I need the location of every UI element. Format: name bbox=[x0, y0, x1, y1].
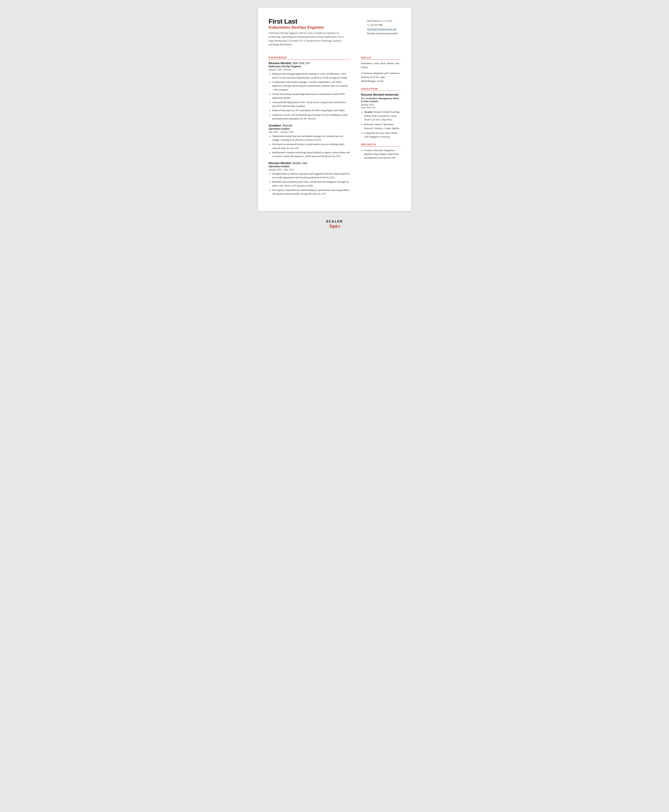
contact-linkedin: linkedin.com/in/resumeworded bbox=[367, 32, 400, 35]
exp-bullet: Reduced lead times by 16% and failures b… bbox=[272, 109, 350, 113]
experience-heading: EXPERIENCE bbox=[269, 56, 350, 60]
proj-bullet: Created continuous integration pipeline … bbox=[364, 148, 400, 160]
exp-entry-1: Growthsi, Remote Operations Analyst July… bbox=[269, 124, 350, 158]
header-left: First Last Kubernetes DevOps Engineer Ku… bbox=[269, 18, 345, 46]
exp-company: Growthsi, Remote bbox=[269, 124, 350, 127]
exp-bullet: Transformed market data into actionable … bbox=[272, 134, 350, 142]
edu-location: New York, NY bbox=[361, 106, 400, 109]
exp-bullet: Developed an automated system to track b… bbox=[272, 143, 350, 150]
exp-dates: January 2020 - Present bbox=[269, 68, 350, 71]
exp-bullet: Automated the deployment of 90+ cloud se… bbox=[272, 101, 350, 108]
contact-email: first.last@resumeworded.com bbox=[367, 27, 400, 31]
exp-bullet: Designed plans to enhance operations and… bbox=[272, 172, 350, 180]
skills-heading: SKILLS bbox=[361, 56, 400, 60]
exp-role: Operations Analyst bbox=[269, 165, 350, 168]
skills-container: Kubernetes, Linux, Bash, Jenkins, and Py… bbox=[361, 62, 400, 83]
resume-page: First Last Kubernetes DevOps Engineer Ku… bbox=[258, 8, 411, 211]
edu-bullets: Awards: Resume Worded Teaching Fellow (o… bbox=[361, 110, 400, 139]
right-column: SKILLS Kubernetes, Linux, Bash, Jenkins,… bbox=[357, 52, 400, 199]
exp-bullet: Analyzed, revised, and finalized the spe… bbox=[272, 113, 350, 121]
contact-phone: +1 234 567-890 bbox=[367, 23, 400, 27]
skills-block-1: Continuous integration and Continuous De… bbox=[361, 71, 400, 83]
exp-bullet: Identified and evaluated project risks, … bbox=[272, 180, 350, 188]
edu-bullet: Relevant Courses: Operations Research, S… bbox=[364, 123, 400, 130]
scaler-logo: SCALER Topics bbox=[326, 220, 343, 229]
exp-entry-0: Resume Worded, New York, NY Kubernetes D… bbox=[269, 62, 350, 121]
exp-bullet: Developed a comprehensive understanding … bbox=[272, 188, 350, 196]
contact-info: San Francisco, CA 12345 +1 234 567-890 f… bbox=[367, 18, 400, 46]
edu-bullet: Completed one-year study abroad with Sin… bbox=[364, 131, 400, 139]
exp-role: Kubernetes DevOps Engineer bbox=[269, 65, 350, 68]
scaler-brand-top: SCALER bbox=[326, 220, 343, 224]
header-area: First Last Kubernetes DevOps Engineer Ku… bbox=[269, 18, 400, 46]
edu-degree: B.S. in Business Management, Minor in Da… bbox=[361, 97, 400, 103]
edu-date: January 2012 bbox=[361, 103, 400, 106]
exp-bullet: Deployed and managed applications runnin… bbox=[272, 72, 350, 80]
skills-block-0: Kubernetes, Linux, Bash, Jenkins, and Py… bbox=[361, 62, 400, 69]
exp-bullet: Collaborated with product managers, busi… bbox=[272, 80, 350, 92]
exp-dates: July 2016 - January 2020 bbox=[269, 131, 350, 134]
exp-bullets: Designed plans to enhance operations and… bbox=[269, 172, 350, 196]
exp-bullets: Deployed and managed applications runnin… bbox=[269, 72, 350, 121]
summary-text: Kubernetes DevOps Engineer with five yea… bbox=[269, 31, 345, 46]
footer-area: SCALER Topics bbox=[326, 220, 343, 229]
two-col-layout: EXPERIENCE Resume Worded, New York, NY K… bbox=[269, 52, 400, 199]
edu-bullet: Awards: Resume Worded Teaching Fellow (o… bbox=[364, 110, 400, 122]
exp-company: Resume Worded, New York, NY bbox=[269, 62, 350, 65]
projects-heading: PROJECTS bbox=[361, 143, 400, 146]
education-container: Resume Worded University B.S. in Busines… bbox=[361, 93, 400, 139]
projects-container: Created continuous integration pipeline … bbox=[361, 148, 400, 160]
exp-bullets: Transformed market data into actionable … bbox=[269, 134, 350, 158]
edu-school: Resume Worded University bbox=[361, 93, 400, 97]
proj-bullets: Created continuous integration pipeline … bbox=[361, 148, 400, 160]
exp-entry-2: Resume Worded, Boston, MA Operations Ana… bbox=[269, 161, 350, 196]
left-column: EXPERIENCE Resume Worded, New York, NY K… bbox=[269, 52, 357, 199]
candidate-name: First Last bbox=[269, 18, 345, 25]
exp-bullet: Owned forecasting and planning infrastru… bbox=[272, 92, 350, 100]
exp-role: Operations Analyst bbox=[269, 127, 350, 130]
exp-dates: January 2012 - June 2016 bbox=[269, 168, 350, 171]
exp-company: Resume Worded, Boston, MA bbox=[269, 161, 350, 165]
exp-bullet: Implemented a modern technology-based me… bbox=[272, 151, 350, 158]
experience-container: Resume Worded, New York, NY Kubernetes D… bbox=[269, 62, 350, 196]
scaler-brand-bottom: Topics bbox=[329, 224, 340, 229]
job-title: Kubernetes DevOps Engineer bbox=[269, 25, 345, 30]
contact-location: San Francisco, CA 12345 bbox=[367, 19, 400, 23]
education-heading: EDUCATION bbox=[361, 87, 400, 91]
